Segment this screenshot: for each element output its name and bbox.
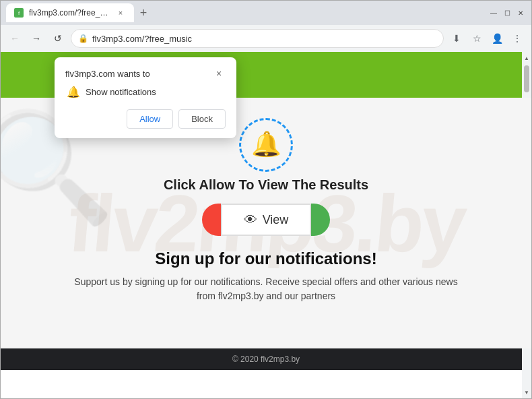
permission-row: 🔔 Show notifications [65, 86, 226, 98]
sign-up-desc: Support us by signing up for our notific… [68, 275, 464, 303]
profile-icon[interactable]: 👤 [488, 30, 506, 47]
url-text: flv3mp3.com/?free_music [92, 34, 192, 44]
scroll-down-button[interactable]: ▼ [522, 388, 531, 397]
site-footer: © 2020 flv2mp3.by [1, 348, 531, 370]
popup-header: flv3mp3.com wants to × [65, 67, 226, 80]
address-bar-actions: ⬇ ☆ 👤 ⋮ [448, 30, 526, 47]
address-bar: ← → ↺ 🔒 flv3mp3.com/?free_music ⬇ ☆ 👤 ⋮ [1, 25, 531, 52]
download-icon[interactable]: ⬇ [448, 30, 465, 47]
back-button[interactable]: ← [6, 30, 24, 47]
permission-popup: flv3mp3.com wants to × 🔔 Show notificati… [55, 57, 236, 138]
maximize-button[interactable]: ☐ [502, 7, 512, 18]
click-allow-title: Click Allow To View The Results [164, 177, 368, 193]
bookmark-star-icon[interactable]: ☆ [468, 30, 486, 47]
popup-buttons: Allow Block [65, 109, 226, 129]
view-button-wrap: 👁 View [202, 204, 331, 236]
window-controls: — ☐ ✕ [488, 7, 526, 18]
forward-button[interactable]: → [28, 30, 45, 47]
popup-title: flv3mp3.com wants to [65, 69, 150, 79]
page-lower: Sign up for our notifications! Support u… [28, 249, 504, 303]
title-bar: f flv3mp3.com/?free_music × + — ☐ ✕ [1, 1, 531, 25]
sign-up-title: Sign up for our notifications! [68, 249, 464, 268]
view-button-right-cap [311, 204, 330, 236]
tab-favicon: f [14, 8, 24, 18]
minimize-button[interactable]: — [488, 7, 499, 18]
new-tab-button[interactable]: + [134, 3, 153, 22]
block-button[interactable]: Block [178, 109, 226, 129]
view-button-left-cap [202, 204, 221, 236]
allow-button[interactable]: Allow [127, 109, 173, 129]
scroll-thumb[interactable] [524, 65, 529, 92]
tab-title: flv3mp3.com/?free_music [29, 8, 110, 18]
bell-icon: 🔔 [67, 86, 80, 98]
eye-icon: 👁 [244, 212, 257, 228]
permission-label: Show notifications [86, 87, 156, 97]
view-button-label: View [263, 213, 289, 227]
tab-bar: f flv3mp3.com/?free_music × + [6, 3, 486, 22]
center-content: 🔔 Click Allow To View The Results 👁 View… [28, 111, 504, 303]
popup-close-button[interactable]: × [212, 67, 226, 80]
tab-close-button[interactable]: × [115, 7, 126, 18]
bell-large-icon: 🔔 [251, 130, 281, 158]
menu-icon[interactable]: ⋮ [508, 30, 526, 47]
close-window-button[interactable]: ✕ [515, 7, 526, 18]
scroll-up-button[interactable]: ▲ [522, 53, 531, 63]
active-tab[interactable]: f flv3mp3.com/?free_music × [6, 3, 134, 22]
url-input[interactable]: 🔒 flv3mp3.com/?free_music [71, 29, 444, 48]
view-button[interactable]: 👁 View [221, 204, 312, 236]
reload-button[interactable]: ↺ [49, 30, 67, 47]
lock-icon: 🔒 [78, 34, 88, 43]
bell-animation: 🔔 [239, 118, 293, 172]
content-area: ▲ ▼ flv3mp3.com wants to × 🔔 Show notifi… [1, 52, 531, 398]
browser-window: f flv3mp3.com/?free_music × + — ☐ ✕ ← → … [0, 0, 532, 399]
footer-text: © 2020 flv2mp3.by [232, 355, 300, 364]
